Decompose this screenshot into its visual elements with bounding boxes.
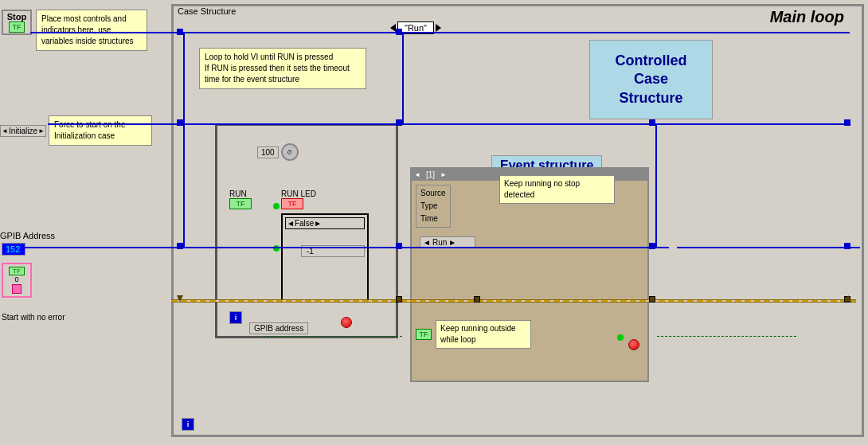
- run-label: RUN: [229, 189, 252, 198]
- error-tf: TF: [9, 267, 25, 275]
- error-zero: 0: [14, 275, 18, 283]
- info-icon: i: [229, 311, 242, 324]
- run-selector-value: Run: [432, 238, 447, 247]
- blue-node-10: [844, 243, 850, 249]
- false-selector[interactable]: ◄ False ►: [285, 217, 365, 229]
- vert-wire-1: [183, 32, 185, 123]
- blue-node-3: [177, 119, 183, 126]
- blue-node-1: [177, 29, 183, 35]
- stop-control: Stop TF Place most controls and indicato…: [2, 10, 147, 51]
- run-led-tf: TF: [281, 198, 303, 209]
- event-structure-box: ◄ [1] ► Source Type Time Keep running no…: [410, 167, 649, 382]
- run-led-label: RUN LED: [281, 189, 316, 198]
- vert-wire-2: [402, 32, 404, 123]
- green-dot-1: [273, 203, 280, 209]
- keep-running-outside-note: Keep running outside while loop: [436, 320, 531, 349]
- main-info-icon: i: [182, 418, 194, 431]
- controlled-case-box: ControlledCaseStructure: [589, 40, 713, 119]
- blue-node-2: [396, 29, 402, 35]
- shift-register-wire: [171, 299, 856, 303]
- blue-node-8: [396, 243, 402, 249]
- keep-running-row: TF Keep running outside while loop: [416, 320, 531, 349]
- timer-icon: ⏱: [281, 143, 299, 161]
- stop-tf-indicator: TF: [9, 21, 25, 33]
- stop-label: Stop: [7, 12, 26, 21]
- init-left-arrow[interactable]: ◄: [2, 127, 8, 135]
- vert-wire-3: [183, 123, 185, 247]
- stop-dot: [341, 317, 352, 328]
- note-controls: Place most controls and indicators here,…: [36, 10, 147, 51]
- shift-reg-right-arrow: ▲: [843, 291, 854, 304]
- blue-node-4: [396, 119, 402, 126]
- gpib-address-value[interactable]: 152: [2, 243, 25, 256]
- main-loop-label: Main loop: [770, 8, 844, 26]
- start-no-error-label: Start with no error: [2, 313, 65, 322]
- node-3: [649, 296, 655, 303]
- blue-wire-right-2: [404, 123, 850, 125]
- event-source: Source: [420, 187, 446, 200]
- note-loop: Loop to hold VI until RUN is pressed If …: [199, 48, 366, 89]
- initialize-control[interactable]: ◄ Initialize ► Force to start on the Ini…: [0, 115, 152, 146]
- inner-while-loop: 100 ⏱ RUN TF RUN LED TF ◄ False ► -1 i: [215, 123, 398, 338]
- main-canvas: Main loop Case Structure "Run" Stop TF P…: [0, 0, 868, 445]
- case-structure-label: Case Structure: [175, 6, 238, 16]
- controlled-case-text: ControlledCaseStructure: [616, 52, 687, 107]
- blue-wire-right-1: [404, 32, 850, 33]
- false-right-arrow[interactable]: ►: [314, 219, 322, 228]
- vert-wire-4: [655, 123, 657, 247]
- false-value: False: [295, 219, 314, 228]
- run-led-section: RUN LED TF: [281, 189, 316, 209]
- init-value: Initialize: [9, 127, 37, 135]
- event-type: Type: [420, 200, 446, 213]
- blue-wire-gpib2: [677, 247, 860, 248]
- blue-node-9: [649, 243, 655, 249]
- keep-running-tf: TF: [416, 329, 432, 340]
- event-green-dot: [617, 334, 624, 341]
- blue-wire-top: [30, 32, 409, 33]
- event-time: Time: [420, 213, 446, 225]
- event-list: Source Type Time: [416, 185, 451, 228]
- note-loop-text: Loop to hold VI until RUN is pressed If …: [205, 53, 350, 84]
- dotted-line-1: [263, 336, 402, 337]
- init-right-arrow[interactable]: ►: [38, 127, 45, 135]
- error-cluster: TF 0: [2, 263, 32, 298]
- shift-reg-left-down-arrow: ▼: [174, 291, 186, 304]
- gpib-address-node: GPIB address: [249, 322, 308, 334]
- initialize-selector[interactable]: ◄ Initialize ►: [0, 125, 46, 137]
- blue-node-7: [177, 243, 183, 249]
- gpib-address-label: GPIB Address: [0, 231, 55, 240]
- force-note: Force to start on the Initialization cas…: [49, 115, 152, 146]
- const-100: 100: [257, 146, 279, 158]
- run-tf: TF: [229, 198, 252, 209]
- event-number: [1]: [422, 170, 439, 179]
- event-stop-dot: [628, 339, 639, 350]
- false-left-arrow[interactable]: ◄: [287, 219, 295, 228]
- stop-button[interactable]: Stop TF: [2, 10, 32, 35]
- node-2: [474, 296, 480, 303]
- run-left-arrow-icon[interactable]: ◄: [423, 238, 431, 247]
- node-1: [396, 296, 402, 303]
- blue-wire-gpib: [24, 247, 669, 248]
- keep-running-note: Keep running no stop detected: [499, 175, 615, 204]
- run-right-arrow-icon[interactable]: ►: [448, 238, 456, 247]
- event-left-arrow[interactable]: ◄: [414, 171, 420, 178]
- blue-wire-init: [48, 123, 406, 125]
- run-section: RUN TF: [229, 189, 252, 209]
- case-selector-right-arrow[interactable]: [436, 24, 441, 32]
- timer-row: 100 ⏱: [257, 143, 299, 161]
- dotted-line-2: [657, 336, 796, 337]
- false-case-box: ◄ False ► -1: [281, 213, 369, 301]
- event-right-arrow[interactable]: ►: [440, 171, 447, 178]
- error-indicator: [12, 284, 22, 294]
- case-selector-left-arrow[interactable]: [390, 24, 396, 32]
